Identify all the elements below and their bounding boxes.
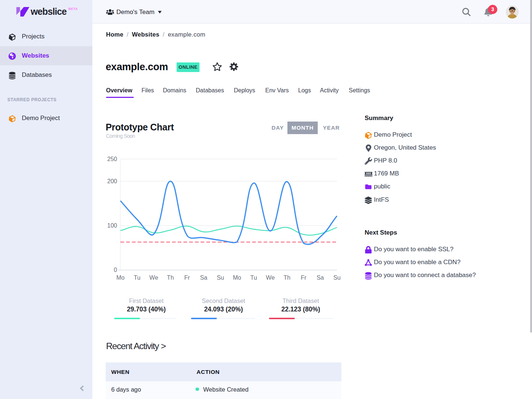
svg-text:Sa: Sa	[200, 274, 208, 281]
svg-text:Su: Su	[333, 274, 341, 281]
svg-text:Fr: Fr	[184, 274, 190, 281]
svg-text:200: 200	[107, 178, 117, 184]
svg-text:We: We	[266, 274, 275, 281]
svg-text:Mo: Mo	[233, 274, 241, 281]
svg-text:Tu: Tu	[134, 274, 140, 281]
svg-text:Mo: Mo	[116, 274, 125, 281]
svg-text:Su: Su	[217, 274, 224, 281]
svg-text:Fr: Fr	[301, 274, 307, 281]
svg-text:We: We	[149, 274, 158, 281]
svg-text:Sa: Sa	[317, 274, 324, 281]
svg-text:100: 100	[107, 222, 117, 229]
svg-text:0: 0	[114, 267, 117, 273]
svg-text:Th: Th	[167, 274, 174, 281]
svg-text:Tu: Tu	[250, 274, 257, 281]
svg-text:Th: Th	[283, 274, 290, 281]
svg-text:250: 250	[107, 156, 117, 162]
